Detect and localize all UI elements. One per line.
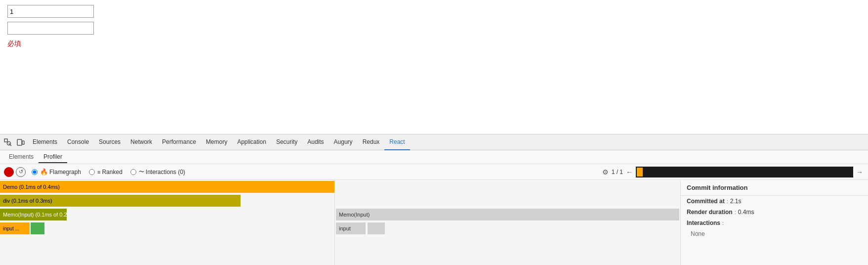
interactions-radio-group: 〜 Interactions (0) (130, 168, 185, 176)
svg-rect-0 (4, 139, 7, 142)
flame-bar-memo[interactable]: Memo(Input) (0.1ms of 0.2ms) (0, 209, 67, 221)
commit-info-title: Commit information (681, 180, 868, 196)
device-toolbar-btn[interactable] (15, 136, 27, 148)
ranked-radio[interactable] (89, 169, 95, 175)
flame-bar-demo[interactable]: Demo (0.1ms of 0.4ms) (0, 181, 334, 193)
interactions-row: Interactions : (681, 218, 868, 228)
interactions-label: Interactions (687, 220, 720, 226)
flame-bar-div[interactable]: div (0.1ms of 0.3ms) (0, 195, 241, 207)
committed-at-label: Committed at (687, 198, 725, 205)
flamegraph-radio[interactable] (32, 169, 38, 175)
render-duration-label: Render duration (687, 209, 733, 216)
reload-profile-button[interactable]: ↺ (16, 167, 26, 177)
flame-bar-input[interactable]: input ... (0, 222, 30, 234)
flame-bar-input-green[interactable] (31, 222, 44, 234)
committed-at-row: Committed at : 2.1s (681, 196, 868, 207)
center-bar-input-sm[interactable] (368, 222, 385, 234)
commit-bar (637, 168, 852, 177)
flamegraph-left: Demo (0.1ms of 0.4ms) div (0.1ms of 0.3m… (0, 180, 334, 265)
validation-error: 必填 (7, 40, 861, 48)
center-bar-memo[interactable]: Memo(Input) (336, 209, 679, 221)
interactions-radio[interactable] (130, 169, 136, 175)
profiler-settings-button[interactable]: ⚙ (601, 167, 610, 177)
tab-security[interactable]: Security (271, 134, 302, 150)
interactions-value: None (681, 228, 868, 239)
commit-bar-block (637, 168, 643, 177)
devtools-tab-bar: Elements Console Sources Network Perform… (0, 134, 868, 150)
tab-performance[interactable]: Performance (157, 134, 201, 150)
next-commit-button[interactable]: → (855, 168, 864, 176)
tab-augury[interactable]: Augury (329, 134, 358, 150)
tab-react[interactable]: React (384, 134, 410, 150)
center-row-empty1 (335, 180, 680, 194)
react-subtab-elements[interactable]: Elements (4, 151, 39, 163)
tab-network[interactable]: Network (125, 134, 157, 150)
tab-redux[interactable]: Redux (358, 134, 385, 150)
page-area: 必填 (0, 0, 868, 134)
flame-row-memo: Memo(Input) (0.1ms of 0.2ms) (0, 208, 334, 221)
inspect-element-btn[interactable] (2, 136, 14, 148)
flame-row-input: input ... (0, 221, 334, 235)
svg-rect-3 (17, 139, 22, 145)
center-row-empty2 (335, 194, 680, 208)
svg-rect-4 (22, 141, 24, 144)
flamegraph-center: Memo(Input) input (334, 180, 680, 265)
tab-application[interactable]: Application (232, 134, 271, 150)
input-field-2[interactable] (7, 22, 94, 35)
tab-elements[interactable]: Elements (28, 134, 62, 150)
committed-at-value: 2.1s (730, 198, 742, 205)
tab-sources[interactable]: Sources (94, 134, 125, 150)
flame-row-demo: Demo (0.1ms of 0.4ms) (0, 180, 334, 194)
react-subtabs: Elements Profiler (0, 150, 868, 164)
flamegraph-radio-group: 🔥 Flamegraph (32, 168, 81, 176)
render-duration-row: Render duration : 0.4ms (681, 207, 868, 218)
profiler-toolbar: ↺ 🔥 Flamegraph ≡ Ranked 〜 Interactions (… (0, 164, 868, 180)
tab-memory[interactable]: Memory (201, 134, 232, 150)
center-bar-input[interactable]: input (336, 222, 366, 234)
ranked-radio-group: ≡ Ranked (89, 169, 123, 176)
tab-audits[interactable]: Audits (302, 134, 329, 150)
input-field-1[interactable] (7, 5, 94, 18)
center-row-input: input (335, 221, 680, 235)
ranked-icon: ≡ (97, 169, 100, 175)
commit-info-panel: Commit information Committed at : 2.1s R… (680, 180, 868, 265)
prev-commit-button[interactable]: ← (625, 168, 634, 176)
devtools-panel: Elements Console Sources Network Perform… (0, 134, 868, 265)
tab-console[interactable]: Console (62, 134, 94, 150)
flame-icon: 🔥 (40, 168, 48, 176)
flamegraph-area: Demo (0.1ms of 0.4ms) div (0.1ms of 0.3m… (0, 180, 868, 265)
commit-bar-container[interactable] (636, 167, 853, 177)
react-subtab-profiler[interactable]: Profiler (39, 151, 67, 163)
flame-row-div: div (0.1ms of 0.3ms) (0, 194, 334, 208)
commit-nav: 1 / 1 ← (612, 168, 634, 176)
render-duration-value: 0.4ms (738, 209, 754, 216)
interactions-icon: 〜 (139, 168, 144, 176)
center-row-memo: Memo(Input) (335, 208, 680, 221)
record-button[interactable] (4, 167, 14, 177)
